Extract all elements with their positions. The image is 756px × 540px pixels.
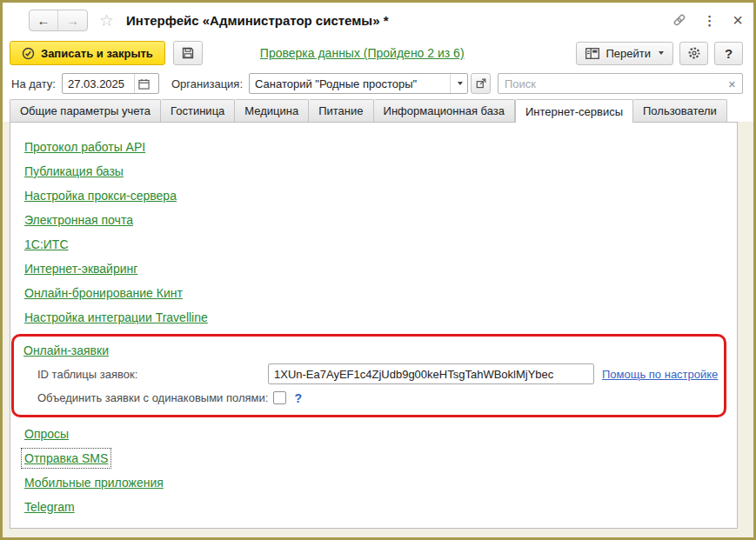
save-and-close-button[interactable]: Записать и закрыть	[10, 41, 165, 65]
organization-label: Организация:	[171, 77, 243, 90]
more-menu-icon[interactable]: ⋮	[703, 14, 716, 27]
data-check-link[interactable]: Проверка данных (Пройдено 2 из 6)	[260, 46, 465, 60]
tab-medicine[interactable]: Медицина	[235, 99, 309, 122]
organization-input[interactable]	[250, 77, 450, 90]
page-title: Интерфейс «Администратор системы» *	[126, 13, 388, 28]
forward-button[interactable]: →	[58, 10, 87, 30]
filter-bar: На дату: Организация: ×	[3, 69, 753, 98]
tab-catering[interactable]: Питание	[309, 99, 373, 122]
calendar-icon[interactable]	[134, 74, 154, 93]
settings-button[interactable]	[679, 42, 708, 65]
link-email[interactable]: Электронная почта	[24, 213, 133, 227]
merge-requests-label: Объединить заявки с одинаковыми полями:	[37, 391, 268, 404]
close-icon[interactable]: ×	[733, 11, 743, 29]
clear-search-icon[interactable]: ×	[722, 74, 742, 93]
merge-requests-checkbox[interactable]	[273, 391, 286, 404]
link-db-publication[interactable]: Публикация базы	[24, 164, 124, 178]
link-online-requests[interactable]: Онлайн-заявки	[23, 343, 109, 357]
online-requests-highlight-box: Онлайн-заявки ID таблицы заявок: Помощь …	[11, 334, 726, 417]
tab-hotel[interactable]: Гостиница	[161, 99, 235, 122]
link-1c-its[interactable]: 1С:ИТС	[24, 237, 69, 251]
date-field	[62, 73, 159, 94]
favorite-star-icon[interactable]: ☆	[99, 12, 114, 29]
link-telegram[interactable]: Telegram	[24, 500, 75, 514]
tab-bar: Общие параметры учета Гостиница Медицина…	[3, 98, 753, 122]
merge-help-icon[interactable]: ?	[294, 391, 302, 405]
link-internet-acquiring[interactable]: Интернет-эквайринг	[24, 262, 137, 276]
command-bar-right: Перейти ?	[576, 42, 743, 65]
search-field: ×	[498, 73, 743, 94]
gear-icon	[687, 46, 701, 60]
search-input[interactable]	[498, 77, 722, 90]
app-window: ← → ☆ Интерфейс «Администратор системы» …	[0, 0, 756, 540]
back-button[interactable]: ←	[30, 10, 58, 30]
link-travelline-integration[interactable]: Настройка интеграции Travelline	[24, 310, 208, 324]
history-nav-group: ← →	[29, 10, 88, 31]
title-bar-actions: ⋮ ×	[672, 11, 743, 29]
date-label: На дату:	[11, 77, 56, 90]
goto-label: Перейти	[605, 47, 651, 60]
help-button[interactable]: ?	[714, 42, 743, 65]
title-bar: ← → ☆ Интерфейс «Администратор системы» …	[3, 3, 753, 37]
setup-help-link[interactable]: Помощь по настройке	[602, 368, 718, 381]
tab-general-accounting[interactable]: Общие параметры учета	[10, 99, 161, 122]
chevron-down-icon	[659, 51, 664, 55]
link-api-protocol[interactable]: Протокол работы API	[24, 140, 145, 154]
tab-users[interactable]: Пользователи	[633, 99, 727, 122]
link-proxy-settings[interactable]: Настройка прокси-сервера	[24, 189, 177, 203]
org-dropdown-icon[interactable]	[450, 74, 467, 93]
goto-button[interactable]: Перейти	[576, 42, 673, 65]
link-online-booking-kint[interactable]: Онлайн-бронирование Кинт	[24, 286, 183, 300]
form-navigate-icon	[585, 48, 599, 59]
internet-services-panel: Протокол работы API Публикация базы Наст…	[10, 122, 738, 529]
check-circle-icon	[22, 47, 35, 60]
requests-table-id-input[interactable]	[268, 363, 594, 384]
save-button[interactable]	[173, 41, 203, 65]
date-input[interactable]	[63, 77, 134, 90]
floppy-disk-icon	[181, 46, 195, 60]
tab-internet-services[interactable]: Интернет-сервисы	[515, 99, 633, 123]
content-background: Протокол работы API Публикация базы Наст…	[3, 122, 753, 537]
tab-infobase[interactable]: Информационная база	[374, 99, 515, 122]
open-external-icon	[476, 78, 486, 89]
requests-table-id-label: ID таблицы заявок:	[37, 368, 268, 381]
link-mobile-apps[interactable]: Мобильные приложения	[24, 476, 164, 490]
command-bar: Записать и закрыть Проверка данных (Прой…	[3, 37, 753, 69]
get-link-icon[interactable]	[672, 13, 686, 27]
save-and-close-label: Записать и закрыть	[41, 47, 153, 60]
org-open-button[interactable]	[471, 73, 491, 94]
forward-arrow-icon: →	[66, 13, 79, 28]
link-sms-sending[interactable]: Отправка SMS	[24, 451, 108, 465]
back-arrow-icon: ←	[37, 13, 50, 28]
link-surveys[interactable]: Опросы	[24, 427, 69, 441]
organization-field	[249, 73, 468, 94]
